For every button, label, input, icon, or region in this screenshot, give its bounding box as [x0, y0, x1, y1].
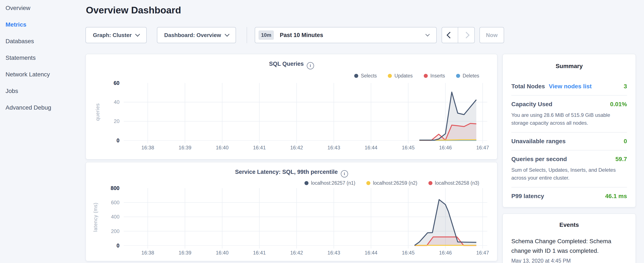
time-window-badge: 10m: [258, 31, 274, 40]
controls-divider: [247, 27, 247, 43]
qps-desc: Sum of Selects, Updates, Inserts, and De…: [511, 166, 627, 182]
summary-row-qps: Queries per second 59.7 Sum of Selects, …: [511, 150, 627, 187]
x-tick-label: 16:38: [135, 145, 160, 151]
time-window-label: Past 10 Minutes: [280, 32, 323, 39]
x-tick-label: 16:40: [210, 250, 235, 256]
x-tick-label: 16:46: [433, 145, 458, 151]
capacity-used-desc: You are using 28.6 MiB of 515.9 GiB usab…: [511, 111, 627, 127]
x-tick-label: 16:46: [433, 250, 458, 256]
chevron-down-icon: [224, 32, 230, 37]
events-panel: Events Schema Change Completed: Schema c…: [502, 213, 636, 263]
sidebar-item-network-latency[interactable]: Network Latency: [6, 71, 85, 78]
chevron-right-icon: [463, 32, 470, 38]
qps-value: 59.7: [616, 156, 627, 163]
graph-scope-dropdown[interactable]: Graph: Cluster: [86, 27, 147, 43]
x-tick-label: 16:41: [247, 250, 272, 256]
view-nodes-link[interactable]: View nodes list: [549, 83, 592, 90]
x-tick-label: 16:41: [247, 145, 272, 151]
x-tick-label: 16:39: [172, 145, 198, 151]
total-nodes-label: Total Nodes: [511, 83, 545, 90]
summary-row-p99: P99 latency 46.1 ms: [511, 187, 627, 205]
qps-label: Queries per second: [511, 156, 567, 163]
x-tick-label: 16:43: [321, 145, 346, 151]
p99-latency-label: P99 latency: [511, 193, 544, 200]
chart-plot[interactable]: [86, 54, 498, 160]
sidebar-item-overview[interactable]: Overview: [6, 5, 85, 12]
summary-row-capacity: Capacity Used 0.01% You are using 28.6 M…: [511, 96, 627, 133]
sidebar-item-advanced-debug[interactable]: Advanced Debug: [6, 104, 85, 111]
x-tick-label: 16:45: [396, 145, 421, 151]
y-tick-label: 200: [94, 228, 120, 234]
admin-ui-page: OverviewMetricsDatabasesStatementsNetwor…: [0, 0, 644, 263]
event-text: Schema Change Completed: Schema change w…: [511, 236, 616, 255]
sidebar-item-databases[interactable]: Databases: [6, 38, 85, 45]
chart-plot[interactable]: [86, 162, 498, 262]
summary-row-total-nodes: Total Nodes View nodes list 3: [511, 78, 627, 96]
y-tick-label: 20: [94, 118, 120, 124]
x-tick-label: 16:42: [284, 145, 309, 151]
sidebar-item-jobs[interactable]: Jobs: [6, 88, 85, 95]
chevron-left-icon: [446, 32, 453, 38]
y-tick-label: 0: [94, 242, 120, 249]
graph-scope-label: Graph: Cluster: [93, 32, 132, 39]
summary-title: Summary: [511, 63, 627, 70]
x-tick-label: 16:38: [135, 250, 160, 256]
capacity-used-value: 0.01%: [610, 101, 627, 108]
y-tick-label: 60: [94, 80, 120, 86]
time-pager: [442, 27, 475, 43]
dashboard-controls: Graph: Cluster Dashboard: Overview 10m P…: [86, 27, 532, 43]
summary-panel: Summary Total Nodes View nodes list 3 Ca…: [502, 54, 636, 207]
now-button-label: Now: [486, 32, 498, 39]
service-latency-chart-card: Service Latency: SQL, 99th percentilei l…: [86, 162, 498, 261]
p99-latency-value: 46.1 ms: [605, 193, 627, 200]
event-item: Schema Change Completed: Schema change w…: [511, 236, 627, 263]
events-title: Events: [511, 221, 627, 228]
total-nodes-value: 3: [624, 83, 627, 90]
sidebar-item-statements[interactable]: Statements: [6, 55, 85, 61]
chevron-down-icon: [135, 32, 140, 37]
unavailable-ranges-value: 0: [624, 138, 627, 145]
prev-time-button[interactable]: [442, 28, 458, 43]
unavailable-ranges-label: Unavailable ranges: [511, 138, 566, 145]
x-tick-label: 16:44: [358, 250, 384, 256]
dashboard-dropdown[interactable]: Dashboard: Overview: [157, 27, 236, 43]
next-time-button[interactable]: [458, 28, 474, 43]
page-title: Overview Dashboard: [86, 5, 181, 16]
event-timestamp: May 13, 2020 at 4:45 PM: [511, 258, 627, 263]
y-tick-label: 0: [94, 137, 120, 144]
now-button[interactable]: Now: [480, 27, 504, 43]
y-tick-label: 400: [94, 214, 120, 220]
x-tick-label: 16:39: [172, 250, 198, 256]
y-tick-label: 800: [94, 185, 120, 191]
capacity-used-label: Capacity Used: [511, 101, 552, 108]
sidebar: OverviewMetricsDatabasesStatementsNetwor…: [0, 0, 85, 263]
x-tick-label: 16:47: [470, 145, 496, 151]
x-tick-label: 16:45: [396, 250, 421, 256]
x-tick-label: 16:44: [358, 145, 384, 151]
x-tick-label: 16:43: [321, 250, 346, 256]
x-tick-label: 16:42: [284, 250, 309, 256]
x-tick-label: 16:40: [210, 145, 235, 151]
sidebar-item-metrics[interactable]: Metrics: [6, 21, 85, 28]
y-tick-label: 40: [94, 99, 120, 105]
summary-row-unavailable-ranges: Unavailable ranges 0: [511, 133, 627, 150]
x-tick-label: 16:47: [470, 250, 496, 256]
sql-queries-chart-card: SQL Queriesi SelectsUpdatesInsertsDelete…: [86, 54, 498, 160]
y-tick-label: 600: [94, 200, 120, 205]
time-window-select[interactable]: 10m Past 10 Minutes: [255, 27, 437, 43]
dashboard-dropdown-label: Dashboard: Overview: [164, 32, 221, 39]
chevron-down-icon: [426, 32, 430, 36]
